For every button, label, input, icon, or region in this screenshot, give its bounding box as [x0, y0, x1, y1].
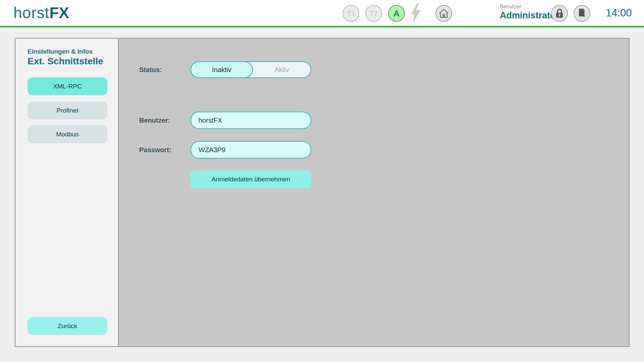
passwort-label: Passwort: — [139, 146, 191, 154]
mode-t1-label: T1 — [347, 9, 355, 17]
passwort-row: Passwort: — [139, 141, 311, 159]
page-title: Ext. Schnittstelle — [28, 56, 103, 67]
submit-row: Anmeldedaten übernehmen — [191, 171, 311, 188]
settings-panel: Einstellungen & Infos Ext. Schnittstelle… — [15, 38, 630, 347]
sidebar: Einstellungen & Infos Ext. Schnittstelle… — [15, 39, 119, 346]
top-bar: horstFX T1 T2 A Benutzer Administrator — [0, 0, 644, 26]
user-block: Benutzer Administrator — [500, 4, 559, 21]
mode-t2-label: T2 — [370, 9, 378, 17]
back-button[interactable]: Zurück — [28, 317, 107, 335]
mode-t2-button[interactable]: T2 — [365, 5, 382, 22]
manual-button[interactable] — [574, 5, 590, 22]
logo-light-part: horst — [13, 4, 49, 21]
mode-auto-label: A — [393, 8, 400, 19]
main-content: Status: Inaktiv Aktiv Benutzer: Passwort… — [119, 39, 629, 346]
status-option-label: Aktiv — [274, 66, 289, 74]
home-icon — [439, 9, 449, 18]
user-role-label: Benutzer — [500, 4, 559, 10]
book-icon — [578, 8, 586, 19]
status-label: Status: — [139, 66, 191, 74]
status-toggle: Inaktiv Aktiv — [191, 61, 311, 78]
sidebar-item-label: XML-RPC — [53, 83, 82, 90]
sidebar-subtitle: Einstellungen & Infos — [28, 48, 93, 55]
apply-credentials-label: Anmeldedaten übernehmen — [212, 176, 290, 183]
logo-bold-part: FX — [49, 4, 69, 21]
sidebar-item-modbus[interactable]: Modbus — [28, 125, 107, 143]
header-accent-bar — [0, 26, 644, 27]
sidebar-item-label: Profinet — [56, 107, 78, 114]
benutzer-row: Benutzer: — [139, 112, 311, 129]
lock-button[interactable] — [551, 5, 568, 22]
passwort-field[interactable] — [191, 141, 311, 159]
sidebar-item-xml-rpc[interactable]: XML-RPC — [28, 77, 107, 95]
mode-t1-button[interactable]: T1 — [342, 5, 359, 22]
status-option-label: Inaktiv — [212, 66, 231, 74]
lightning-icon — [410, 3, 422, 23]
home-button[interactable] — [435, 5, 452, 22]
status-option-inaktiv[interactable]: Inaktiv — [191, 61, 253, 78]
user-name: Administrator — [500, 10, 559, 21]
benutzer-label: Benutzer: — [139, 117, 191, 124]
mode-auto-button[interactable]: A — [388, 5, 405, 22]
sidebar-item-label: Modbus — [56, 131, 79, 138]
back-button-label: Zurück — [58, 322, 77, 330]
benutzer-field[interactable] — [191, 112, 311, 129]
sidebar-item-profinet[interactable]: Profinet — [28, 102, 107, 119]
status-option-aktiv[interactable]: Aktiv — [253, 62, 311, 77]
lock-icon — [555, 8, 564, 18]
status-row: Status: Inaktiv Aktiv — [139, 61, 311, 78]
clock: 14:00 — [606, 7, 632, 19]
apply-credentials-button[interactable]: Anmeldedaten übernehmen — [191, 171, 311, 188]
app-logo: horstFX — [13, 3, 69, 22]
